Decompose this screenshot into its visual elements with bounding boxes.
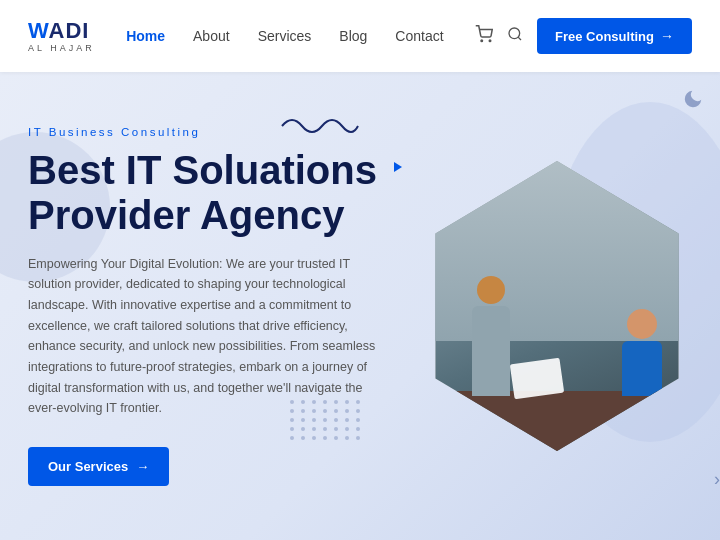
services-button[interactable]: Our Services → [28, 447, 169, 486]
logo: WADI AL HAJAR [28, 20, 95, 53]
logo-subtitle: AL HAJAR [28, 44, 95, 53]
desk [422, 391, 692, 451]
person2-body [472, 306, 510, 396]
nav-link-about[interactable]: About [193, 28, 230, 44]
person1-head [627, 309, 657, 339]
svg-point-0 [481, 40, 483, 42]
consulting-label: Free Consulting [555, 29, 654, 44]
paper [510, 358, 564, 400]
cursor-arrow-icon [394, 162, 402, 172]
hero-description: Empowering Your Digital Evolution: We ar… [28, 254, 392, 419]
cart-icon[interactable] [475, 25, 493, 47]
svg-point-2 [509, 28, 520, 39]
edge-chevron-icon[interactable]: › [714, 469, 720, 490]
search-icon[interactable] [507, 26, 523, 46]
nav-link-home[interactable]: Home [126, 28, 165, 44]
hero-content: IT Business Consulting Best IT Soluation… [0, 126, 420, 486]
free-consulting-button[interactable]: Free Consulting → [537, 18, 692, 54]
person2-head [477, 276, 505, 304]
person-seated [622, 309, 662, 396]
nav-link-contact[interactable]: Contact [395, 28, 443, 44]
navbar: WADI AL HAJAR Home About Services Blog C… [0, 0, 720, 72]
hero-photo: 🌿 [422, 161, 692, 451]
svg-line-3 [518, 37, 521, 40]
logo-wordmark: WADI [28, 20, 95, 42]
hero-title: Best IT Soluations Provider Agency [28, 148, 392, 238]
services-label: Our Services [48, 459, 128, 474]
plant-icon: 🌿 [645, 181, 677, 212]
nav-item-home[interactable]: Home [126, 27, 165, 45]
nav-icons: Free Consulting → [475, 18, 692, 54]
nav-item-blog[interactable]: Blog [339, 27, 367, 45]
it-label: IT Business Consulting [28, 126, 392, 138]
nav-link-services[interactable]: Services [258, 28, 312, 44]
person1-body [622, 341, 662, 396]
services-arrow: → [136, 459, 149, 474]
nav-link-blog[interactable]: Blog [339, 28, 367, 44]
hex-image: 🌿 [422, 161, 692, 451]
svg-point-1 [489, 40, 491, 42]
hero-image-wrap: 🌿 [422, 161, 692, 451]
nav-item-contact[interactable]: Contact [395, 27, 443, 45]
nav-item-services[interactable]: Services [258, 27, 312, 45]
nav-item-about[interactable]: About [193, 27, 230, 45]
hero-title-line2: Provider Agency [28, 193, 344, 237]
person-standing [472, 276, 510, 396]
hero-section: IT Business Consulting Best IT Soluation… [0, 72, 720, 540]
hero-title-line1: Best IT Soluations [28, 148, 377, 192]
crescent-icon [682, 88, 706, 112]
nav-links: Home About Services Blog Contact [126, 27, 443, 45]
consulting-arrow: → [660, 28, 674, 44]
